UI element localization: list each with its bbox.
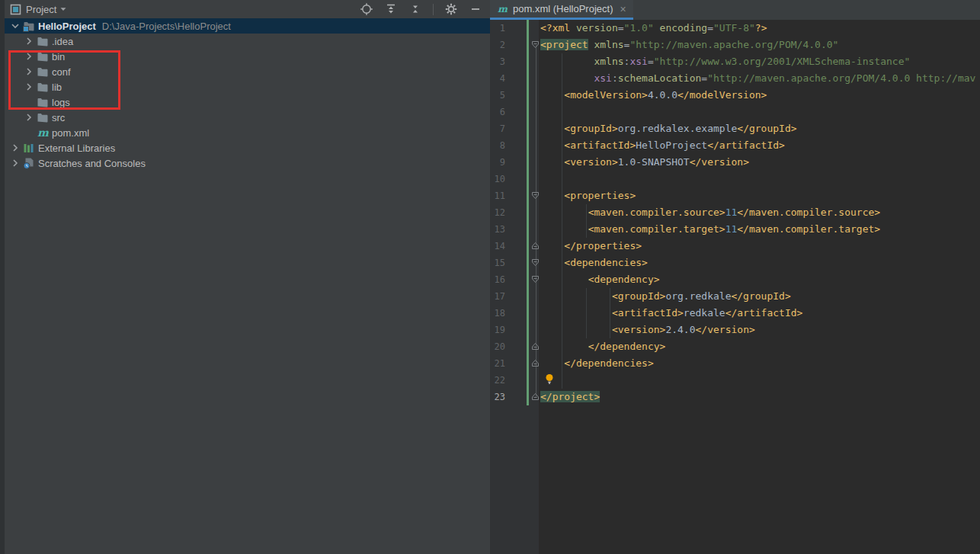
tree-item-logs[interactable]: logs — [5, 94, 490, 110]
code-line-8[interactable]: 8 <artifactId>HelloProject</artifactId> — [490, 137, 980, 154]
fold-marker-end-icon[interactable] — [505, 238, 540, 255]
code-line-4[interactable]: 4 xsi:schemaLocation="http://maven.apach… — [490, 70, 980, 87]
code-line-5[interactable]: 5 <modelVersion>4.0.0</modelVersion> — [490, 87, 980, 104]
code-line-2[interactable]: 2<project xmlns="http://maven.apache.org… — [490, 37, 980, 53]
line-number: 9 — [490, 154, 505, 171]
tree-item-helloproject[interactable]: HelloProjectD:\Java-Projects\HelloProjec… — [5, 18, 490, 34]
fold-gutter — [505, 87, 540, 104]
intention-bulb-icon[interactable] — [545, 373, 554, 385]
chevron-right-icon[interactable] — [9, 157, 21, 169]
svg-text:m: m — [37, 126, 49, 139]
code-line-21[interactable]: 21 </dependencies> — [490, 355, 980, 372]
collapse-all-icon[interactable] — [408, 2, 422, 16]
chevron-right-icon[interactable] — [23, 81, 35, 93]
line-number: 4 — [490, 70, 505, 87]
tree-item-bin[interactable]: bin — [5, 49, 490, 64]
editor-tab-bar: m pom.xml (HelloProject) × — [490, 0, 980, 20]
tree-item-external-libraries[interactable]: External Libraries — [5, 140, 490, 155]
code-text: </dependency> — [540, 338, 665, 355]
fold-gutter — [505, 70, 540, 87]
code-line-13[interactable]: 13 <maven.compiler.target>11</maven.comp… — [490, 221, 980, 238]
locate-file-icon[interactable] — [360, 2, 373, 16]
line-number: 7 — [490, 120, 505, 137]
chevron-right-icon[interactable] — [23, 66, 35, 78]
fold-marker-end-icon[interactable] — [505, 389, 540, 405]
tree-item-label: .idea — [52, 36, 73, 47]
fold-gutter — [505, 120, 540, 137]
code-text: </dependencies> — [540, 355, 654, 372]
tab-close-icon[interactable]: × — [620, 4, 626, 14]
code-line-3[interactable]: 3 xmlns:xsi="http://www.w3.org/2001/XMLS… — [490, 53, 980, 70]
code-line-19[interactable]: 19 <version>2.4.0</version> — [490, 322, 980, 338]
code-line-22[interactable]: 22 — [490, 372, 980, 389]
code-line-14[interactable]: 14 </properties> — [490, 238, 980, 255]
folder-icon — [37, 50, 49, 62]
tree-item-label: HelloProject — [38, 21, 96, 32]
tree-item-label: pom.xml — [52, 127, 89, 139]
tree-item-label: src — [52, 112, 65, 123]
tree-item-label: logs — [52, 97, 70, 108]
line-number: 3 — [490, 53, 505, 70]
code-text: xsi:schemaLocation="http://maven.apache.… — [540, 70, 975, 87]
tab-label: pom.xml (HelloProject) — [513, 3, 613, 14]
tree-item--idea[interactable]: .idea — [5, 34, 490, 49]
code-line-10[interactable]: 10 — [490, 171, 980, 187]
code-line-18[interactable]: 18 <artifactId>redkale</artifactId> — [490, 305, 980, 322]
tree-item-src[interactable]: src — [5, 110, 490, 125]
tree-item-path: D:\Java-Projects\HelloProject — [102, 21, 231, 32]
code-editor[interactable]: 1<?xml version="1.0" encoding="UTF-8"?>2… — [490, 20, 980, 554]
fold-marker-start-icon[interactable] — [505, 255, 540, 271]
code-line-9[interactable]: 9 <version>1.0-SNAPSHOT</version> — [490, 154, 980, 171]
hide-panel-icon[interactable] — [469, 2, 482, 16]
tab-pom-xml[interactable]: m pom.xml (HelloProject) × — [490, 0, 633, 20]
chevron-down-icon[interactable] — [9, 20, 21, 32]
line-number: 19 — [490, 322, 505, 338]
expand-all-icon[interactable] — [384, 2, 398, 16]
fold-marker-start-icon[interactable] — [505, 187, 540, 204]
line-number: 16 — [490, 271, 505, 288]
tree-item-conf[interactable]: conf — [5, 64, 490, 79]
tree-item-label: conf — [52, 66, 71, 78]
code-line-15[interactable]: 15 <dependencies> — [490, 255, 980, 271]
chevron-spacer — [23, 96, 35, 108]
folder-icon — [37, 35, 49, 47]
line-number: 12 — [490, 204, 505, 221]
chevron-right-icon[interactable] — [23, 111, 35, 123]
chevron-right-icon[interactable] — [9, 142, 21, 154]
maven-icon: m — [496, 3, 508, 15]
toolbar-separator — [433, 4, 434, 15]
code-line-16[interactable]: 16 <dependency> — [490, 271, 980, 288]
code-line-20[interactable]: 20 </dependency> — [490, 338, 980, 355]
line-number: 15 — [490, 255, 505, 271]
line-number: 1 — [490, 20, 505, 37]
fold-marker-end-icon[interactable] — [505, 338, 540, 355]
settings-gear-icon[interactable] — [444, 2, 458, 16]
code-line-12[interactable]: 12 <maven.compiler.source>11</maven.comp… — [490, 204, 980, 221]
svg-text:m: m — [498, 4, 508, 14]
project-folder-icon — [23, 20, 35, 32]
editor-area: m pom.xml (HelloProject) × 1<?xml versio… — [490, 0, 980, 554]
code-text — [540, 372, 554, 389]
tree-item-scratches-and-consoles[interactable]: Scratches and Consoles — [5, 155, 490, 171]
code-line-7[interactable]: 7 <groupId>org.redkalex.example</groupId… — [490, 120, 980, 137]
tree-item-lib[interactable]: lib — [5, 79, 490, 94]
chevron-right-icon[interactable] — [23, 50, 35, 62]
code-line-17[interactable]: 17 <groupId>org.redkale</groupId> — [490, 288, 980, 305]
project-panel-title[interactable]: Project — [26, 4, 56, 15]
code-line-23[interactable]: 23</project> — [490, 389, 980, 405]
fold-gutter — [505, 305, 540, 322]
code-line-11[interactable]: 11 <properties> — [490, 187, 980, 204]
fold-marker-start-icon[interactable] — [505, 271, 540, 288]
fold-marker-start-icon[interactable] — [505, 37, 540, 53]
tree-item-label: Scratches and Consoles — [38, 158, 146, 169]
code-line-6[interactable]: 6 — [490, 104, 980, 120]
dropdown-arrow-icon[interactable] — [59, 5, 67, 13]
tree-item-pom-xml[interactable]: mpom.xml — [5, 125, 490, 140]
folder-icon — [37, 111, 49, 123]
code-text: <dependencies> — [540, 255, 648, 271]
folder-icon — [37, 96, 49, 108]
maven-icon: m — [37, 126, 49, 139]
code-line-1[interactable]: 1<?xml version="1.0" encoding="UTF-8"?> — [490, 20, 980, 37]
chevron-right-icon[interactable] — [23, 35, 35, 47]
fold-marker-end-icon[interactable] — [505, 355, 540, 372]
